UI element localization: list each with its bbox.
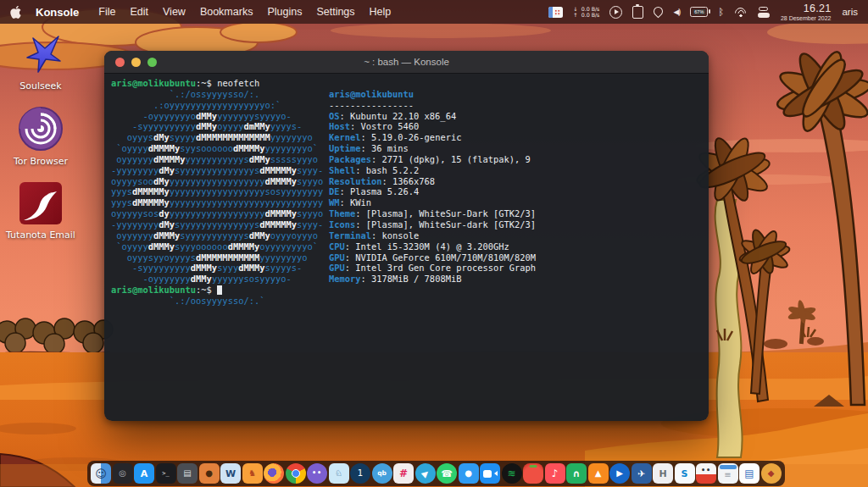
calendar-icon[interactable] (548, 7, 563, 18)
clock[interactable]: 16.21 28 Desember 2022 (781, 3, 832, 21)
terminal-content[interactable]: aris@molikubuntu:~$ neofetch `.:/ossyyyy… (104, 74, 709, 421)
dock-app-store[interactable]: A (134, 463, 154, 484)
dock-qbittorrent[interactable]: qb (372, 463, 392, 484)
dock-skype[interactable]: S (675, 463, 695, 484)
dock-brave[interactable]: ♞ (242, 463, 263, 484)
dock-writer[interactable]: ▤ (739, 463, 760, 484)
traffic-lights (115, 58, 157, 67)
dock-telegram[interactable]: ▶ (415, 463, 436, 484)
terminal-cursor (217, 285, 222, 295)
desktop-icon-label: Tutanota Email (6, 230, 75, 241)
maximize-button[interactable] (147, 58, 157, 67)
user-menu[interactable]: aris (842, 7, 858, 17)
dock-facetime[interactable] (480, 463, 500, 484)
dock-otter-browser[interactable]: ● (199, 463, 220, 484)
menu-bookmarks[interactable]: Bookmarks (200, 6, 253, 18)
dock-firefox[interactable] (264, 463, 284, 484)
desktop-icon-tor-browser[interactable]: Tor Browser (14, 106, 68, 167)
neofetch-ascii-art: aris@molikubuntu:~$ neofetch `.:/ossyyyy… (111, 78, 323, 307)
dock: ☺◎A>_▤●W♞••♘1qb#▶☎●≋♪∩▲▶✈HS••≡▤◆ (87, 461, 785, 486)
dock-disk-utility[interactable]: ▤ (177, 463, 198, 484)
menu-plugins[interactable]: Plugins (267, 6, 302, 18)
device-dock-icon[interactable] (758, 7, 770, 18)
system-tray: ↓ 0.0 B/s↑ 0.0 B/s◀)67%ᛒ (548, 6, 770, 19)
dock-librewolf[interactable]: W (220, 463, 241, 484)
dock-messages[interactable]: ● (459, 463, 479, 484)
wifi-icon[interactable] (734, 7, 748, 17)
dock-jet-app[interactable]: ✈ (632, 463, 652, 484)
dock-darktable[interactable]: ◎ (113, 463, 133, 484)
battery-icon[interactable]: 67% (690, 7, 708, 17)
apple-menu-icon[interactable] (10, 6, 21, 19)
window-titlebar[interactable]: ~ : bash — Konsole (104, 51, 709, 74)
location-icon[interactable] (652, 4, 665, 18)
desktop: Konsole FileEditViewBookmarksPluginsSett… (0, 0, 868, 487)
menu-view[interactable]: View (163, 6, 186, 18)
window-title: ~ : bash — Konsole (364, 57, 449, 67)
dock-video-player[interactable]: ▶ (609, 463, 630, 484)
menu-items: FileEditViewBookmarksPluginsSettingsHelp (98, 6, 391, 18)
bluetooth-icon[interactable]: ᛒ (718, 8, 724, 17)
dock-apple-music[interactable]: ♪ (545, 463, 565, 484)
battery-level: 67% (693, 9, 705, 15)
menu-edit[interactable]: Edit (130, 6, 148, 18)
dock-spotify[interactable]: ≋ (502, 463, 522, 484)
menu-file[interactable]: File (98, 6, 115, 18)
soulseek-bird-icon (19, 30, 63, 76)
dock-slack[interactable]: # (393, 463, 414, 484)
dock-gem-app[interactable]: ◆ (761, 463, 782, 484)
desktop-icons: Soulseek Tor Browser Tutanota Email (5, 30, 76, 241)
dock-whatsapp[interactable]: ☎ (437, 463, 457, 484)
dock-headset-app[interactable]: ∩ (566, 463, 587, 484)
clock-time: 16.21 (781, 3, 832, 14)
konsole-window: ~ : bash — Konsole aris@molikubuntu:~$ n… (104, 51, 709, 421)
dock-gitkraken[interactable]: •• (307, 463, 327, 484)
desktop-icon-tutanota[interactable]: Tutanota Email (6, 181, 75, 241)
dock-waterfox[interactable]: ♘ (329, 463, 349, 484)
desktop-icon-soulseek[interactable]: Soulseek (19, 30, 63, 91)
menu-bar: Konsole FileEditViewBookmarksPluginsSett… (0, 0, 868, 24)
dock-strawberry[interactable] (523, 463, 543, 484)
app-name[interactable]: Konsole (36, 6, 79, 19)
clipboard-icon[interactable] (632, 6, 643, 19)
tutanota-icon (19, 181, 63, 225)
clock-date: 28 Desember 2022 (781, 15, 832, 21)
dock-chrome[interactable] (286, 463, 306, 484)
dock-1password[interactable]: 1 (350, 463, 370, 484)
net-speed-icon[interactable]: ↓ 0.0 B/s↑ 0.0 B/s (573, 6, 599, 19)
menu-help[interactable]: Help (370, 6, 392, 18)
dock-terminal-app[interactable]: >_ (156, 463, 176, 484)
tor-onion-icon (18, 106, 64, 152)
menu-settings[interactable]: Settings (316, 6, 354, 18)
media-play-icon[interactable] (609, 6, 622, 19)
desktop-icon-label: Tor Browser (14, 156, 68, 167)
dock-handbrake[interactable]: H (653, 463, 673, 484)
desktop-icon-label: Soulseek (19, 80, 61, 91)
volume-icon[interactable]: ◀) (673, 8, 680, 16)
neofetch-info: aris@molikubuntu----------------OS: Kubu… (329, 89, 536, 285)
minimize-button[interactable] (131, 58, 141, 67)
close-button[interactable] (115, 58, 125, 67)
dock-ghostwriter[interactable]: •• (696, 463, 716, 484)
dock-finder[interactable]: ☺ (91, 463, 111, 484)
dock-vlc[interactable]: ▲ (588, 463, 609, 484)
dock-text-editor[interactable]: ≡ (718, 463, 738, 484)
